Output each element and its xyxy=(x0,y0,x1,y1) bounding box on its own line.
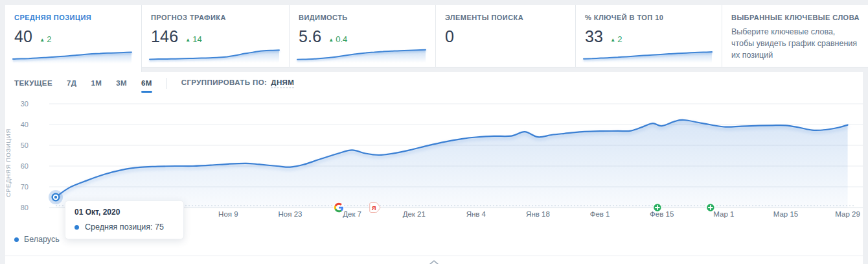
svg-text:Мар 1: Мар 1 xyxy=(713,210,734,218)
add-event-icon[interactable] xyxy=(706,204,714,212)
seo-dashboard: СРЕДНЯЯ ПОЗИЦИЯ40▲2ПРОГНОЗ ТРАФИКА146▲14… xyxy=(0,0,868,264)
svg-text:Фев 1: Фев 1 xyxy=(590,210,610,218)
tooltip-value: Средняя позиция: 75 xyxy=(85,222,164,232)
tab-period-4[interactable]: 6М xyxy=(141,79,152,88)
sparkline xyxy=(148,42,280,64)
tab-period-1[interactable]: 7Д xyxy=(67,79,76,88)
legend-dot-icon xyxy=(14,237,19,242)
chart-toolbar: ТЕКУЩЕЕ7Д1М3М6М СГРУППИРОВАТЬ ПО: ДНЯМ xyxy=(14,78,294,89)
sparkline xyxy=(582,42,713,64)
metric-card-title: ВЫБРАННЫЕ КЛЮЧЕВЫЕ СЛОВА xyxy=(731,14,860,21)
metric-card-title: ЭЛЕМЕНТЫ ПОИСКА xyxy=(445,14,566,21)
metric-card-5[interactable]: ВЫБРАННЫЕ КЛЮЧЕВЫЕ СЛОВАВыберите ключевы… xyxy=(722,5,868,67)
series-dot-icon xyxy=(74,225,79,230)
svg-text:Ноя 23: Ноя 23 xyxy=(279,210,303,218)
metric-cards-row: СРЕДНЯЯ ПОЗИЦИЯ40▲2ПРОГНОЗ ТРАФИКА146▲14… xyxy=(5,5,863,72)
legend-label: Беларусь xyxy=(24,235,60,244)
google-icon[interactable] xyxy=(334,202,345,213)
svg-text:30: 30 xyxy=(21,100,29,108)
svg-text:50: 50 xyxy=(21,141,29,149)
sparkline xyxy=(296,42,427,64)
svg-text:80: 80 xyxy=(21,204,29,211)
tab-period-0[interactable]: ТЕКУЩЕЕ xyxy=(14,79,52,88)
chart-tooltip: 01 Окт, 2020 Средняя позиция: 75 xyxy=(65,200,184,239)
panel-divider xyxy=(5,256,863,256)
toolbar-divider xyxy=(166,78,167,89)
metric-value: 0 xyxy=(445,27,454,46)
svg-text:Мар 29: Мар 29 xyxy=(835,210,860,218)
legend-item[interactable]: Беларусь xyxy=(14,235,60,244)
metric-card-title: ВИДИМОСТЬ xyxy=(299,14,426,21)
metric-card-4[interactable]: % КЛЮЧЕЙ В ТОП 1033▲2 xyxy=(576,5,722,67)
metric-card-3[interactable]: ЭЛЕМЕНТЫ ПОИСКА0 xyxy=(436,5,576,67)
tab-period-3[interactable]: 3М xyxy=(116,79,127,88)
metric-card-title: СРЕДНЯЯ ПОЗИЦИЯ xyxy=(14,14,132,21)
group-by-control[interactable]: СГРУППИРОВАТЬ ПО: ДНЯМ xyxy=(181,78,295,88)
svg-text:Янв 18: Янв 18 xyxy=(526,210,550,218)
tab-period-2[interactable]: 1М xyxy=(91,79,102,88)
chart-panel: ТЕКУЩЕЕ7Д1М3М6М СГРУППИРОВАТЬ ПО: ДНЯМ 3… xyxy=(5,72,863,264)
svg-text:СРЕДНЯЯ ПОЗИЦИЯ: СРЕДНЯЯ ПОЗИЦИЯ xyxy=(5,128,12,197)
tooltip-date: 01 Окт, 2020 xyxy=(74,208,173,217)
svg-text:Дек 21: Дек 21 xyxy=(403,210,426,218)
svg-text:70: 70 xyxy=(21,183,29,191)
svg-text:40: 40 xyxy=(21,121,29,128)
group-by-value-dropdown[interactable]: ДНЯМ xyxy=(271,78,294,88)
add-event-icon[interactable] xyxy=(653,204,661,212)
svg-text:Ноя 9: Ноя 9 xyxy=(218,210,238,218)
period-tabs: ТЕКУЩЕЕ7Д1М3М6М xyxy=(14,79,152,88)
position-history-chart[interactable]: 304050607080СРЕДНЯЯ ПОЗИЦИЯОкт 12Окт 26Н… xyxy=(5,98,863,234)
svg-text:60: 60 xyxy=(21,162,29,170)
svg-text:Фев 15: Фев 15 xyxy=(650,210,674,218)
collapse-chevron-up-icon[interactable] xyxy=(429,259,439,264)
chart-legend: Беларусь xyxy=(14,235,60,244)
metric-card-1[interactable]: ПРОГНОЗ ТРАФИКА146▲14 xyxy=(142,5,290,67)
group-by-label: СГРУППИРОВАТЬ ПО: xyxy=(181,78,268,86)
metric-card-2[interactable]: ВИДИМОСТЬ5.6▲0.4 xyxy=(290,5,436,67)
metric-card-0[interactable]: СРЕДНЯЯ ПОЗИЦИЯ40▲2 xyxy=(5,5,142,72)
svg-text:Дек 7: Дек 7 xyxy=(343,210,361,218)
svg-text:Янв 4: Янв 4 xyxy=(466,210,486,218)
card-description: Выберите ключевые слова, чтобы увидеть г… xyxy=(731,27,860,61)
svg-text:Я: Я xyxy=(372,204,376,211)
metric-card-title: % КЛЮЧЕЙ В ТОП 10 xyxy=(585,14,713,21)
sparkline xyxy=(12,42,133,64)
metric-card-title: ПРОГНОЗ ТРАФИКА xyxy=(151,14,280,21)
highlighted-point[interactable] xyxy=(49,190,63,204)
svg-text:Мар 15: Мар 15 xyxy=(773,210,799,218)
